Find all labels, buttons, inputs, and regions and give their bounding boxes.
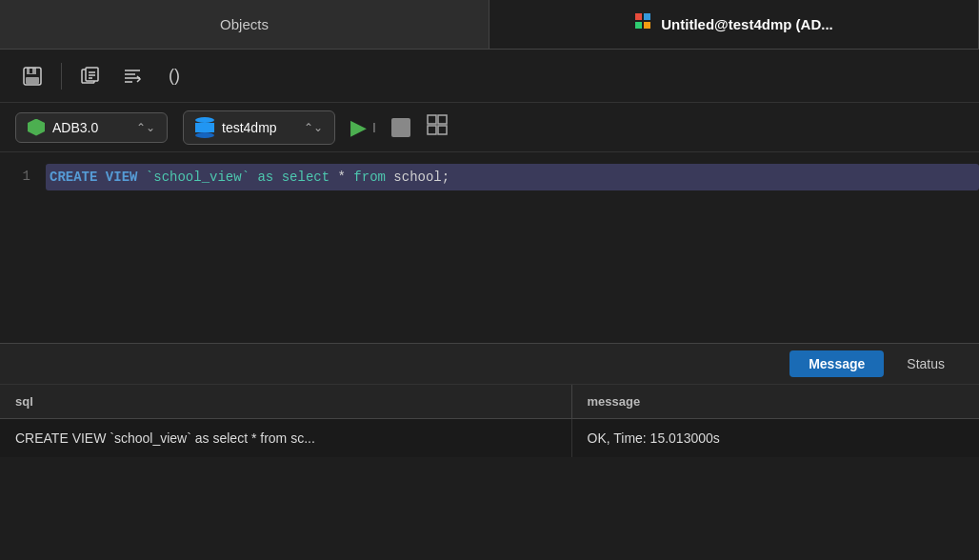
toolbar: () — [0, 50, 979, 103]
tab-bar: Objects Untitled@test4dmp (AD... — [0, 0, 979, 50]
col-header-sql: sql — [0, 385, 571, 419]
svg-rect-1 — [644, 13, 650, 20]
kw-create: CREATE — [50, 170, 97, 185]
kw-from: from — [353, 170, 386, 185]
result-message-cell: OK, Time: 15.013000s — [571, 419, 979, 458]
cursor-icon: Ι — [372, 120, 376, 135]
editor-area[interactable]: 1 CREATE VIEW `school_view` as select * … — [0, 152, 979, 343]
tab-status[interactable]: Status — [888, 350, 964, 377]
run-button[interactable]: ▶ Ι — [350, 115, 376, 140]
tab-editor[interactable]: Untitled@test4dmp (AD... — [490, 0, 979, 49]
toolbar-divider — [61, 63, 62, 90]
save-button[interactable] — [15, 59, 50, 93]
svg-rect-6 — [26, 77, 39, 84]
svg-rect-9 — [86, 68, 98, 81]
adb-icon — [28, 119, 45, 136]
kw-table: school; — [393, 170, 450, 185]
copy-format-button[interactable] — [73, 59, 108, 93]
selector-row: ADB3.0 ⌃⌄ test4dmp ⌃⌄ ▶ Ι — [0, 103, 979, 152]
wrap-icon: () — [169, 66, 180, 86]
svg-rect-18 — [438, 115, 447, 124]
run-icon: ▶ — [350, 115, 367, 140]
db-cylinder-icon — [195, 117, 214, 138]
adb-selector[interactable]: ADB3.0 ⌃⌄ — [15, 112, 168, 143]
grid-icon — [634, 12, 653, 36]
line-content-1: CREATE VIEW `school_view` as select * fr… — [46, 164, 979, 190]
svg-rect-2 — [635, 22, 642, 29]
layout-button[interactable] — [426, 113, 449, 141]
format-button[interactable] — [115, 59, 150, 93]
results-area: sql message CREATE VIEW `school_view` as… — [0, 385, 979, 457]
adb-label: ADB3.0 — [52, 120, 98, 135]
svg-rect-20 — [438, 126, 447, 134]
adb-arrow-icon: ⌃⌄ — [136, 121, 155, 134]
editor-line-1: 1 CREATE VIEW `school_view` as select * … — [0, 164, 979, 190]
kw-as: as — [257, 170, 273, 185]
kw-star: * — [338, 170, 354, 185]
tab-editor-label: Untitled@test4dmp (AD... — [661, 16, 832, 32]
results-table: sql message CREATE VIEW `school_view` as… — [0, 385, 979, 457]
svg-rect-17 — [428, 115, 436, 124]
table-row: CREATE VIEW `school_view` as select * fr… — [0, 419, 979, 458]
tab-message-label: Message — [809, 356, 865, 371]
kw-select: select — [282, 170, 330, 185]
kw-view: VIEW — [106, 170, 138, 185]
svg-rect-3 — [644, 22, 650, 29]
kw-backtick1: `school_view` — [146, 170, 250, 185]
result-sql-cell: CREATE VIEW `school_view` as select * fr… — [0, 419, 571, 458]
db-selector[interactable]: test4dmp ⌃⌄ — [183, 110, 335, 145]
tab-message[interactable]: Message — [789, 350, 884, 377]
wrap-button[interactable]: () — [157, 59, 191, 93]
db-arrow-icon: ⌃⌄ — [304, 121, 323, 134]
svg-rect-19 — [428, 126, 436, 134]
tab-objects[interactable]: Objects — [0, 0, 490, 49]
svg-rect-7 — [30, 69, 32, 73]
svg-rect-0 — [635, 13, 642, 20]
tab-status-label: Status — [907, 356, 945, 371]
db-label: test4dmp — [222, 120, 277, 135]
line-number-1: 1 — [0, 164, 46, 189]
bottom-tabs: Message Status — [0, 343, 979, 385]
tab-objects-label: Objects — [220, 16, 269, 32]
col-header-message: message — [571, 385, 979, 419]
stop-button[interactable] — [391, 118, 410, 137]
